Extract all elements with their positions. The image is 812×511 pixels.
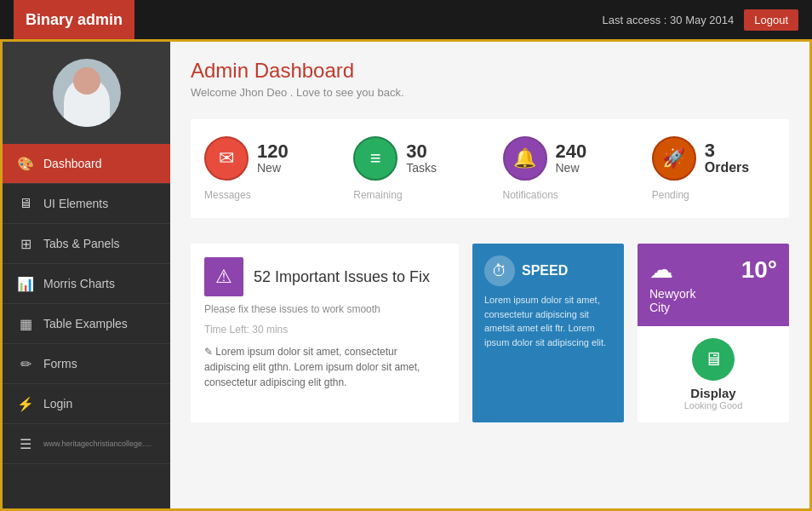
stat-notifications: 🔔 240 New Notifications: [503, 136, 626, 201]
right-panels: ☁ 10° Newyork City 🖥 Display Looking Goo…: [638, 244, 789, 422]
dashboard-icon: 🎨: [16, 154, 35, 173]
weather-top: ☁ 10°: [649, 256, 777, 284]
tabs-icon: ⊞: [16, 234, 35, 253]
orders-desc: Pending: [652, 189, 689, 201]
sidebar-item-ui-elements[interactable]: 🖥 UI Elements: [3, 184, 170, 224]
sidebar-nav: 🎨 Dashboard 🖥 UI Elements ⊞ Tabs & Panel…: [3, 144, 170, 508]
speed-body: Lorem ipsum dolor sit amet, consectetur …: [484, 293, 612, 349]
messages-desc: Messages: [204, 189, 251, 201]
stat-tasks-top: ≡ 30 Tasks: [353, 136, 437, 181]
issue-header: ⚠ 52 Important Issues to Fix: [204, 257, 445, 296]
notifications-desc: Notifications: [503, 189, 558, 201]
page-title: Admin Dashboard: [191, 59, 789, 83]
logout-button[interactable]: Logout: [744, 9, 798, 31]
messages-label: New: [257, 161, 289, 175]
tasks-icon: ≡: [353, 136, 397, 181]
notifications-label: New: [556, 161, 587, 175]
notifications-number: 240: [556, 142, 587, 161]
stat-orders-top: 🚀 3 Orders: [652, 136, 749, 181]
issue-time: Time Left: 30 mins: [204, 324, 445, 336]
sidebar-item-ui-label: UI Elements: [43, 197, 108, 210]
speed-header: ⏱ SPEED: [484, 256, 612, 286]
messages-number: 120: [257, 142, 289, 161]
stat-tasks-values: 30 Tasks: [406, 142, 437, 175]
orders-label: Orders: [705, 160, 749, 175]
messages-icon: ✉: [204, 136, 249, 181]
sidebar-url: www.heritagechristiancollege.com: [43, 439, 154, 448]
sidebar-item-dashboard[interactable]: 🎨 Dashboard: [3, 144, 170, 184]
issue-title: 52 Important Issues to Fix: [254, 268, 430, 286]
sidebar-item-morris-charts[interactable]: 📊 Morris Charts: [3, 264, 170, 304]
stat-orders: 🚀 3 Orders Pending: [652, 136, 775, 201]
notifications-icon: 🔔: [503, 136, 547, 181]
header-right: Last access : 30 May 2014 Logout: [603, 9, 798, 31]
display-panel: 🖥 Display Looking Good: [638, 326, 789, 422]
tasks-number: 30: [406, 142, 437, 161]
orders-number: 3: [705, 141, 749, 160]
extra-icon: ☰: [16, 434, 35, 453]
last-access-text: Last access : 30 May 2014: [603, 14, 735, 26]
weather-city: Newyork City: [649, 287, 695, 314]
sidebar-item-extra[interactable]: ☰ www.heritagechristiancollege.com: [3, 424, 170, 464]
brand-title: Binary admin: [14, 0, 134, 39]
stat-orders-values: 3 Orders: [705, 141, 749, 175]
issue-body: ✎ Lorem ipsum dolor sit amet, consectetu…: [204, 344, 445, 390]
display-title: Display: [690, 386, 735, 400]
weather-panel: ☁ 10° Newyork City: [638, 244, 789, 326]
sidebar-avatar: [3, 42, 170, 144]
cloud-icon: ☁: [649, 256, 673, 284]
warning-icon: ⚠: [204, 257, 243, 296]
stats-row: ✉ 120 New Messages ≡ 30 Tasks Rem: [191, 119, 789, 218]
speedometer-icon: ⏱: [484, 256, 515, 286]
stat-messages-values: 120 New: [257, 142, 289, 175]
display-sub: Looking Good: [684, 400, 743, 411]
speed-title: SPEED: [522, 263, 568, 278]
stat-messages-top: ✉ 120 New: [204, 136, 289, 181]
sidebar-item-tabs-label: Tabs & Panels: [43, 237, 120, 250]
issue-body-text: Lorem ipsum dolor sit amet, consectetur …: [204, 346, 420, 388]
sidebar-item-table-label: Table Examples: [43, 317, 128, 330]
header: Binary admin Last access : 30 May 2014 L…: [0, 0, 812, 39]
display-icon: 🖥: [692, 338, 735, 381]
tasks-label: Tasks: [406, 161, 437, 175]
login-icon: ⚡: [16, 394, 35, 413]
sidebar: 🎨 Dashboard 🖥 UI Elements ⊞ Tabs & Panel…: [3, 42, 170, 508]
sidebar-item-forms-label: Forms: [43, 357, 77, 370]
stat-notifications-top: 🔔 240 New: [503, 136, 587, 181]
sidebar-item-tabs-panels[interactable]: ⊞ Tabs & Panels: [3, 224, 170, 264]
table-icon: ▦: [16, 314, 35, 333]
content-area: Admin Dashboard Welcome Jhon Deo . Love …: [170, 42, 809, 508]
orders-icon: 🚀: [652, 136, 696, 181]
edit-icon: ✎: [204, 346, 213, 358]
speed-panel: ⏱ SPEED Lorem ipsum dolor sit amet, cons…: [472, 244, 624, 422]
sidebar-item-table-examples[interactable]: ▦ Table Examples: [3, 304, 170, 344]
bottom-section: ⚠ 52 Important Issues to Fix Please fix …: [191, 244, 789, 422]
monitor-icon: 🖥: [16, 194, 35, 213]
issues-panel: ⚠ 52 Important Issues to Fix Please fix …: [191, 244, 459, 422]
stat-messages: ✉ 120 New Messages: [204, 136, 328, 201]
sidebar-item-morris-label: Morris Charts: [43, 277, 115, 290]
sidebar-item-dashboard-label: Dashboard: [43, 157, 102, 170]
stat-notifications-values: 240 New: [556, 142, 587, 175]
avatar: [53, 59, 121, 127]
stat-tasks: ≡ 30 Tasks Remaining: [353, 136, 477, 201]
chart-icon: 📊: [16, 274, 35, 293]
sidebar-item-forms[interactable]: ✏ Forms: [3, 344, 170, 384]
weather-temp: 10°: [741, 256, 777, 284]
sidebar-item-login[interactable]: ⚡ Login: [3, 384, 170, 424]
issue-subtitle: Please fix these issues to work smooth: [204, 303, 445, 315]
forms-icon: ✏: [16, 354, 35, 373]
sidebar-item-login-label: Login: [43, 397, 72, 411]
page-subtitle: Welcome Jhon Deo . Love to see you back.: [191, 86, 789, 99]
tasks-desc: Remaining: [353, 189, 402, 201]
main-layout: 🎨 Dashboard 🖥 UI Elements ⊞ Tabs & Panel…: [0, 39, 812, 511]
